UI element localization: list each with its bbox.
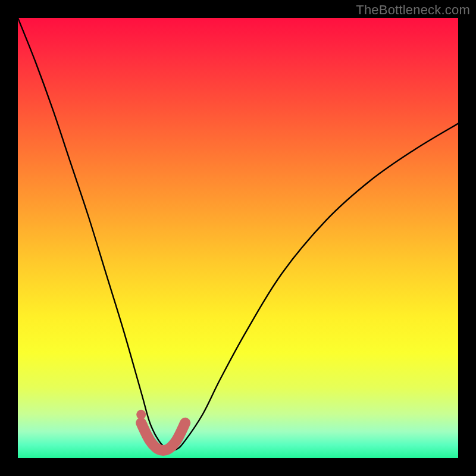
bottleneck-curve-path: [18, 18, 458, 450]
plot-area: [18, 18, 458, 458]
chart-frame: TheBottleneck.com: [0, 0, 476, 476]
watermark-text: TheBottleneck.com: [356, 2, 470, 18]
highlight-path: [141, 423, 185, 450]
highlight-dot: [136, 410, 146, 419]
curve-svg: [18, 18, 458, 458]
